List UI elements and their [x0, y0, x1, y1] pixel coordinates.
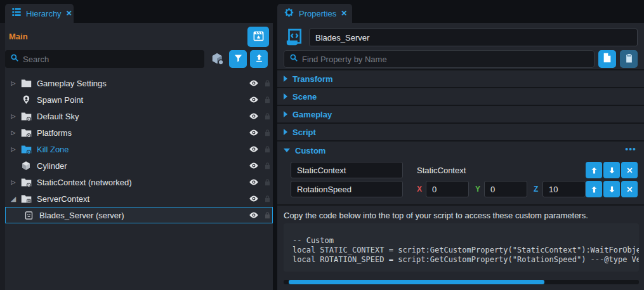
folder-icon: [19, 79, 33, 88]
delete-button[interactable]: [621, 181, 638, 197]
folder-gear-icon: [19, 112, 33, 121]
eye-icon[interactable]: [249, 194, 259, 206]
expand-arrow-icon[interactable]: ▷: [8, 80, 19, 86]
eye-icon[interactable]: [249, 78, 259, 90]
custom-prop-name-input[interactable]: [291, 162, 403, 178]
y-axis-label: Y: [475, 185, 480, 194]
hierarchy-tree: ▷ Gameplay Settings Spawn Point: [5, 75, 273, 223]
section-gameplay[interactable]: Gameplay: [277, 106, 644, 124]
section-scene[interactable]: Scene: [277, 88, 644, 106]
move-up-button[interactable]: [586, 181, 602, 197]
tree-row[interactable]: ▷ Gameplay Settings: [5, 75, 273, 91]
tree-item-label: ServerContext: [37, 194, 89, 204]
chevron-down-icon: [284, 148, 290, 152]
editor-window: Hierarchy ✕ Main: [0, 0, 644, 290]
filter-button[interactable]: [229, 50, 247, 68]
eye-icon[interactable]: [249, 95, 259, 107]
tree-row[interactable]: Cylinder: [5, 157, 273, 174]
lock-icon[interactable]: [263, 95, 272, 106]
arrow-up-icon: [254, 53, 264, 65]
folder-clock-icon: [19, 178, 33, 187]
custom-prop-name-input[interactable]: [291, 181, 403, 197]
collapse-all-button[interactable]: [250, 50, 268, 68]
delete-button[interactable]: [621, 162, 638, 178]
expand-arrow-icon[interactable]: ▷: [8, 129, 19, 136]
custom-help-text: Copy the code below into the top of your…: [284, 211, 588, 220]
eye-icon[interactable]: [249, 210, 259, 222]
object-name-input[interactable]: [309, 29, 638, 46]
more-options-icon[interactable]: •••: [625, 144, 636, 154]
property-search[interactable]: [284, 50, 595, 68]
eye-icon[interactable]: [249, 144, 259, 156]
tree-row-selected[interactable]: Blades_Server (server): [5, 207, 273, 223]
close-icon[interactable]: ✕: [66, 9, 72, 18]
copy-properties-button[interactable]: [598, 50, 616, 68]
section-label: Custom: [295, 146, 325, 155]
network-cube-icon[interactable]: [211, 52, 225, 69]
custom-prop-value[interactable]: StaticContext: [417, 166, 466, 175]
section-label: Gameplay: [292, 110, 332, 119]
eye-icon[interactable]: [249, 161, 259, 173]
tree-item-label: Blades_Server (server): [39, 211, 124, 220]
lock-icon[interactable]: [263, 79, 272, 89]
eye-icon[interactable]: [249, 128, 259, 140]
folder-gear-icon: [19, 128, 33, 138]
tree-row[interactable]: ▷ StaticContext (networked): [5, 174, 273, 190]
tree-row[interactable]: Spawn Point: [5, 91, 273, 108]
lock-icon[interactable]: [263, 128, 272, 139]
eye-icon[interactable]: [249, 177, 259, 189]
expand-arrow-icon[interactable]: ▷: [8, 179, 19, 185]
scrollbar-thumb[interactable]: [289, 280, 544, 284]
expand-arrow-icon[interactable]: ▷: [8, 146, 19, 152]
tree-item-label: Kill Zone: [37, 145, 69, 154]
z-value-input[interactable]: [542, 181, 586, 197]
lock-icon[interactable]: [263, 112, 272, 122]
section-transform[interactable]: Transform: [277, 70, 644, 88]
expand-arrow-icon[interactable]: ▷: [8, 113, 19, 119]
x-value-input[interactable]: [426, 181, 469, 197]
property-sections: Transform Scene Gameplay Script Custom •…: [277, 69, 644, 159]
tree-row[interactable]: ▷ Platforms: [5, 124, 273, 141]
close-icon[interactable]: ✕: [341, 9, 347, 18]
tab-properties[interactable]: Properties ✕: [277, 4, 352, 23]
scenes-button[interactable]: [247, 27, 269, 47]
hierarchy-panel: Hierarchy ✕ Main: [0, 0, 273, 290]
cube-icon: [19, 161, 33, 171]
clipboard-icon: [625, 53, 633, 65]
y-value-input[interactable]: [484, 181, 527, 197]
chevron-right-icon: [284, 93, 287, 100]
horizontal-scrollbar[interactable]: [284, 280, 639, 284]
chevron-right-icon: [284, 76, 287, 82]
section-label: Transform: [292, 74, 333, 84]
tab-hierarchy[interactable]: Hierarchy ✕: [5, 4, 74, 23]
lock-icon[interactable]: [263, 194, 272, 205]
move-down-button[interactable]: [603, 162, 620, 178]
eye-icon[interactable]: [249, 111, 259, 123]
collapse-arrow-icon[interactable]: ◢: [8, 195, 19, 203]
move-up-button[interactable]: [586, 162, 602, 178]
code-line: -- Custom: [292, 236, 639, 246]
search-icon: [289, 53, 298, 65]
section-custom[interactable]: Custom •••: [277, 142, 644, 159]
section-script[interactable]: Script: [277, 124, 644, 142]
filter-icon: [233, 53, 243, 65]
hierarchy-search-input[interactable]: [23, 55, 199, 64]
clapperboard-icon: [253, 30, 265, 44]
tree-row[interactable]: ▷ Default Sky: [5, 108, 273, 124]
section-label: Scene: [292, 92, 317, 102]
lock-icon[interactable]: [263, 145, 272, 155]
panel-edge: [0, 23, 5, 290]
tree-row[interactable]: ▷ Kill Zone: [5, 141, 273, 157]
x-icon: [626, 185, 634, 194]
paste-properties-button[interactable]: [620, 50, 638, 68]
hierarchy-search[interactable]: [5, 50, 204, 68]
lock-icon[interactable]: [263, 161, 272, 172]
tree-row[interactable]: ◢ ServerContext: [5, 190, 273, 207]
move-down-button[interactable]: [603, 181, 620, 197]
properties-tabbar: Properties ✕: [277, 0, 644, 23]
lock-icon[interactable]: [263, 211, 272, 221]
lock-icon[interactable]: [263, 178, 272, 188]
property-search-input[interactable]: [302, 55, 589, 64]
context-label: Main: [9, 32, 28, 41]
search-icon: [10, 53, 19, 65]
